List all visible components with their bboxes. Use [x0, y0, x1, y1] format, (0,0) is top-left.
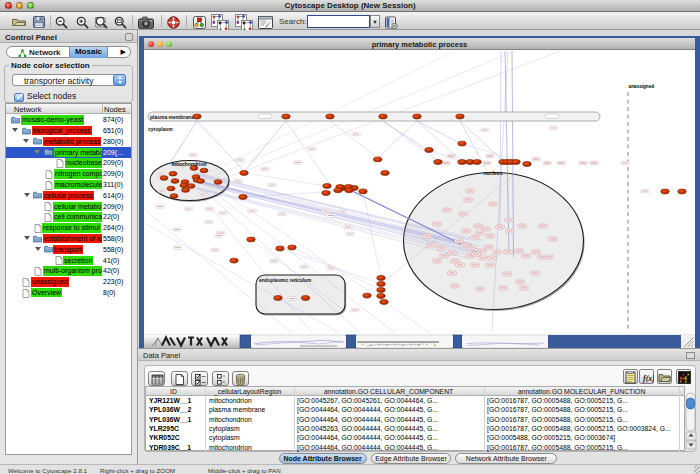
svg-text:endoplasmic reticulum: endoplasmic reticulum	[259, 278, 311, 283]
svg-text:mitochondrion: mitochondrion	[172, 161, 207, 167]
svg-text:nucleus: nucleus	[484, 170, 503, 176]
svg-text:plasma membrane: plasma membrane	[150, 114, 194, 120]
svg-text:unassigned: unassigned	[629, 84, 655, 89]
svg-text:f(x): f(x)	[643, 373, 654, 382]
svg-text:cytoplasm: cytoplasm	[148, 126, 173, 132]
